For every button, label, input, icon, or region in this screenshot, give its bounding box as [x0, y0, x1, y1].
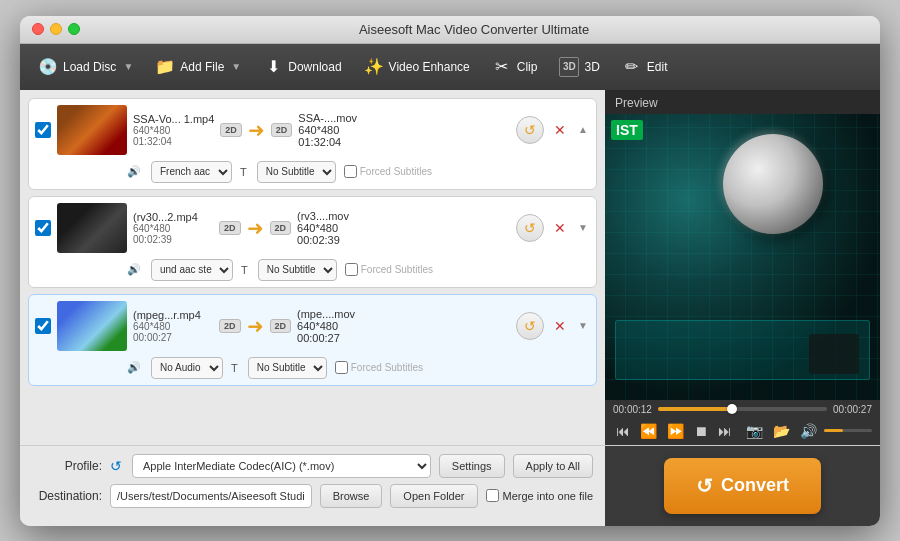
- output-filename-2: (rv3....mov: [297, 210, 377, 222]
- output-dur-2: 00:02:39: [297, 234, 377, 246]
- progress-fill: [658, 407, 732, 411]
- forced-checkbox-3[interactable]: [335, 361, 348, 374]
- badge-2d-out-2: 2D: [270, 221, 292, 235]
- load-disc-button[interactable]: 💿 Load Disc ▼: [28, 52, 143, 82]
- audio-icon-2: 🔊: [127, 263, 141, 276]
- folder-button[interactable]: 📂: [770, 421, 793, 441]
- quick-convert-btn-2[interactable]: ↺: [516, 214, 544, 242]
- file-thumbnail-3: [57, 301, 127, 351]
- badge-2d-2: 2D: [219, 221, 241, 235]
- input-size-3: 640*480: [133, 321, 213, 332]
- file-thumbnail-2: [57, 203, 127, 253]
- input-filename-2: (rv30...2.mp4: [133, 211, 213, 223]
- close-button[interactable]: [32, 23, 44, 35]
- apply-to-all-button[interactable]: Apply to All: [513, 454, 593, 478]
- volume-icon: 🔊: [797, 421, 820, 441]
- destination-label: Destination:: [32, 489, 102, 503]
- time-current: 00:00:12: [613, 404, 652, 415]
- settings-section: Profile: ↺ Apple InterMediate Codec(AIC)…: [20, 446, 605, 526]
- output-dur-1: 01:32:04: [298, 136, 378, 148]
- toolbar: 💿 Load Disc ▼ 📁 Add File ▼ ⬇ Download ✨ …: [20, 44, 880, 90]
- file-item-2: (rv30...2.mp4 640*480 00:02:39 2D ➜ 2D (…: [28, 196, 597, 288]
- convert-section: ↺ Convert: [605, 446, 880, 526]
- expand-file-2[interactable]: ▼: [576, 220, 590, 235]
- output-size-1: 640*480: [298, 124, 378, 136]
- window-title: Aiseesoft Mac Video Converter Ultimate: [80, 22, 868, 37]
- skip-back-button[interactable]: ⏮: [613, 421, 633, 441]
- quick-convert-btn-3[interactable]: ↺: [516, 312, 544, 340]
- remove-file-2[interactable]: ✕: [550, 218, 570, 238]
- edit-button[interactable]: ✏ Edit: [612, 52, 678, 82]
- destination-input[interactable]: [110, 484, 312, 508]
- audio-select-1[interactable]: French aac: [151, 161, 232, 183]
- maximize-button[interactable]: [68, 23, 80, 35]
- merge-checkbox[interactable]: [486, 489, 499, 502]
- volume-track[interactable]: [824, 429, 872, 432]
- quick-convert-btn-1[interactable]: ↺: [516, 116, 544, 144]
- open-folder-button[interactable]: Open Folder: [390, 484, 477, 508]
- fast-forward-button[interactable]: ⏩: [664, 421, 687, 441]
- audio-select-2[interactable]: und aac ste: [151, 259, 233, 281]
- subtitle-icon-2: T: [241, 264, 248, 276]
- preview-video: IST: [605, 114, 880, 400]
- add-file-icon: 📁: [155, 57, 175, 77]
- 3d-button[interactable]: 3D 3D: [549, 52, 609, 82]
- titlebar: Aiseesoft Mac Video Converter Ultimate: [20, 16, 880, 44]
- file-info-3: (mpeg...r.mp4 640*480 00:00:27 2D ➜ 2D (…: [133, 308, 510, 344]
- badge-2d-out-3: 2D: [270, 319, 292, 333]
- preview-controls: 00:00:12 00:00:27 ⏮ ⏪ ⏩ ⏹ ⏭ 📷 📂: [605, 400, 880, 445]
- output-size-3: 640*480: [297, 320, 377, 332]
- audio-select-3[interactable]: No Audio: [151, 357, 223, 379]
- download-icon: ⬇: [263, 57, 283, 77]
- expand-file-3[interactable]: ▼: [576, 318, 590, 333]
- subtitle-select-2[interactable]: No Subtitle: [258, 259, 337, 281]
- forced-checkbox-1[interactable]: [344, 165, 357, 178]
- screenshot-button[interactable]: 📷: [743, 421, 766, 441]
- file-list: SSA-Vo... 1.mp4 640*480 01:32:04 2D ➜ 2D…: [20, 90, 605, 445]
- badge-2d-1: 2D: [220, 123, 242, 137]
- subtitle-select-3[interactable]: No Subtitle: [248, 357, 327, 379]
- stop-button[interactable]: ⏹: [691, 421, 711, 441]
- subtitle-select-1[interactable]: No Subtitle: [257, 161, 336, 183]
- remove-file-1[interactable]: ✕: [550, 120, 570, 140]
- convert-button[interactable]: ↺ Convert: [664, 458, 821, 514]
- forced-label-2: Forced Subtitles: [345, 263, 433, 276]
- badge-2d-3: 2D: [219, 319, 241, 333]
- step-back-button[interactable]: ⏪: [637, 421, 660, 441]
- disc-icon: 💿: [38, 57, 58, 77]
- profile-select[interactable]: Apple InterMediate Codec(AIC) (*.mov): [132, 454, 431, 478]
- lower-section: Profile: ↺ Apple InterMediate Codec(AIC)…: [20, 445, 880, 526]
- file-checkbox-3[interactable]: [35, 318, 51, 334]
- video-enhance-button[interactable]: ✨ Video Enhance: [354, 52, 480, 82]
- 3d-icon: 3D: [559, 57, 579, 77]
- forced-checkbox-2[interactable]: [345, 263, 358, 276]
- clip-button[interactable]: ✂ Clip: [482, 52, 548, 82]
- output-size-2: 640*480: [297, 222, 377, 234]
- input-filename-3: (mpeg...r.mp4: [133, 309, 213, 321]
- forced-label-1: Forced Subtitles: [344, 165, 432, 178]
- time-total: 00:00:27: [833, 404, 872, 415]
- expand-file-1[interactable]: ▲: [576, 122, 590, 137]
- minimize-button[interactable]: [50, 23, 62, 35]
- ist-label: IST: [611, 120, 643, 140]
- file-checkbox-2[interactable]: [35, 220, 51, 236]
- file-checkbox-1[interactable]: [35, 122, 51, 138]
- file-thumbnail-1: [57, 105, 127, 155]
- file-info-1: SSA-Vo... 1.mp4 640*480 01:32:04 2D ➜ 2D…: [133, 112, 510, 148]
- audio-icon-3: 🔊: [127, 361, 141, 374]
- output-filename-1: SSA-....mov: [298, 112, 378, 124]
- browse-button[interactable]: Browse: [320, 484, 383, 508]
- download-button[interactable]: ⬇ Download: [253, 52, 351, 82]
- settings-button[interactable]: Settings: [439, 454, 505, 478]
- scissors-icon: ✂: [492, 57, 512, 77]
- input-size-1: 640*480: [133, 125, 214, 136]
- input-filename-1: SSA-Vo... 1.mp4: [133, 113, 214, 125]
- forced-label-3: Forced Subtitles: [335, 361, 423, 374]
- progress-track[interactable]: [658, 407, 827, 411]
- add-file-button[interactable]: 📁 Add File ▼: [145, 52, 251, 82]
- subtitle-icon-3: T: [231, 362, 238, 374]
- skip-forward-button[interactable]: ⏭: [715, 421, 735, 441]
- remove-file-3[interactable]: ✕: [550, 316, 570, 336]
- profile-label: Profile:: [32, 459, 102, 473]
- convert-arrow-1: ➜: [248, 118, 265, 142]
